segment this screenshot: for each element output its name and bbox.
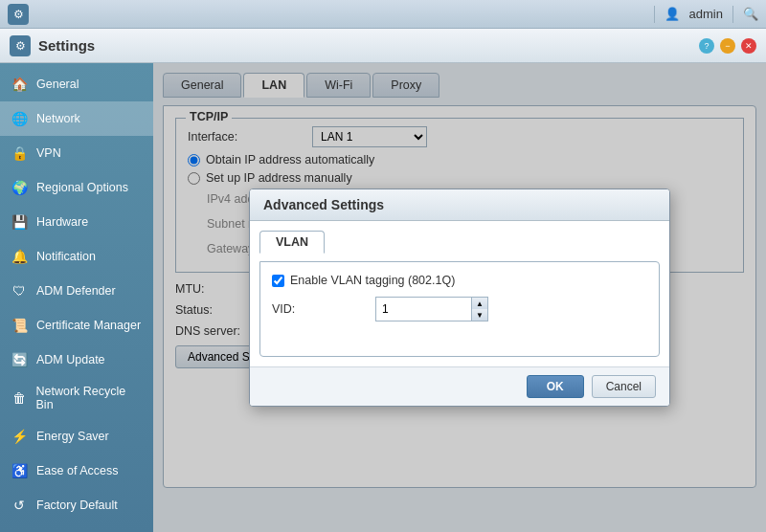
minimize-button[interactable]: − (720, 38, 735, 54)
sidebar-item-label-hardware: Hardware (36, 215, 88, 229)
sidebar-item-cert-manager[interactable]: 📜 Certificate Manager (0, 308, 153, 343)
cancel-button[interactable]: Cancel (592, 375, 656, 398)
vid-label: VID: (272, 302, 368, 316)
taskbar-left: ⚙ (8, 4, 29, 25)
modal-footer: OK Cancel (250, 366, 669, 406)
general-icon: 🏠 (10, 75, 29, 94)
factory-icon: ↺ (10, 496, 29, 515)
sidebar-item-regional[interactable]: 🌍 Regional Options (0, 170, 153, 205)
window-controls: ? − ✕ (699, 38, 756, 54)
window-icon: ⚙ (10, 35, 31, 56)
modal-backdrop: Advanced Settings VLAN (153, 63, 766, 532)
sidebar-item-factory[interactable]: ↺ Factory Default (0, 488, 153, 522)
advanced-settings-dialog: Advanced Settings VLAN (249, 188, 670, 407)
modal-body: VLAN Enable VLAN tagging (802.1Q) (250, 221, 669, 366)
sidebar-item-hardware[interactable]: 💾 Hardware (0, 205, 153, 239)
taskbar-right: 👤 admin 🔍 (654, 6, 758, 23)
sidebar-item-recycle-bin[interactable]: 🗑 Network Recycle Bin (0, 377, 153, 419)
recycle-icon: 🗑 (10, 388, 29, 408)
notification-icon: 🔔 (10, 247, 29, 266)
search-icon[interactable]: 🔍 (743, 7, 758, 21)
hardware-icon: 💾 (10, 212, 29, 232)
user-icon: 👤 (665, 7, 680, 21)
vpn-icon: 🔒 (10, 144, 29, 163)
close-button[interactable]: ✕ (741, 38, 756, 54)
main-layout: 🏠 General 🌐 Network 🔒 VPN 🌍 Regional Opt… (0, 63, 766, 532)
sidebar-item-energy[interactable]: ⚡ Energy Saver (0, 419, 153, 454)
vlan-checkbox-text: Enable VLAN tagging (802.1Q) (290, 274, 455, 287)
sidebar-item-label-regional: Regional Options (36, 181, 128, 194)
sidebar-item-registration[interactable]: 📋 Registration (0, 522, 153, 532)
modal-title: Advanced Settings (250, 189, 669, 221)
vid-spinner: ▲ ▼ (375, 297, 488, 321)
sidebar-item-label-recycle: Network Recycle Bin (36, 385, 144, 411)
modal-tab-bar: VLAN (259, 231, 660, 254)
content-area: General LAN Wi-Fi Proxy TCP/IP Interface… (153, 63, 766, 532)
modal-content-box: Enable VLAN tagging (802.1Q) VID: ▲ (259, 261, 660, 357)
sidebar-item-label-vpn: VPN (36, 146, 61, 160)
vlan-checkbox-row: Enable VLAN tagging (802.1Q) (272, 274, 647, 287)
divider2 (732, 6, 733, 23)
title-bar: ⚙ Settings ? − ✕ (0, 29, 766, 63)
window-title: Settings (38, 37, 95, 54)
sidebar-item-label-cert: Certificate Manager (36, 319, 141, 332)
sidebar-item-notification[interactable]: 🔔 Notification (0, 239, 153, 274)
ease-icon: ♿ (10, 461, 29, 480)
sidebar-item-label-adm-defender: ADM Defender (36, 284, 116, 298)
taskbar: ⚙ 👤 admin 🔍 (0, 0, 766, 29)
adm-update-icon: 🔄 (10, 350, 29, 369)
sidebar-item-label-notification: Notification (36, 250, 96, 263)
settings-window: ⚙ Settings ? − ✕ 🏠 General 🌐 Network 🔒 V… (0, 29, 766, 532)
cert-icon: 📜 (10, 316, 29, 335)
regional-icon: 🌍 (10, 178, 29, 197)
vlan-checkbox[interactable] (272, 275, 284, 287)
sidebar-item-label-ease: Ease of Access (36, 464, 118, 477)
sidebar-item-ease[interactable]: ♿ Ease of Access (0, 454, 153, 488)
modal-tab-vlan[interactable]: VLAN (259, 231, 325, 254)
spinner-down-button[interactable]: ▼ (472, 309, 487, 321)
vlan-checkbox-label[interactable]: Enable VLAN tagging (802.1Q) (272, 274, 455, 287)
sidebar-item-adm-update[interactable]: 🔄 ADM Update (0, 343, 153, 377)
vid-input[interactable] (375, 297, 471, 321)
vid-row: VID: ▲ ▼ (272, 297, 647, 321)
sidebar-item-label-general: General (36, 78, 79, 91)
sidebar-item-network[interactable]: 🌐 Network (0, 101, 153, 136)
app-icon[interactable]: ⚙ (8, 4, 29, 25)
spinner-buttons: ▲ ▼ (471, 297, 488, 321)
sidebar: 🏠 General 🌐 Network 🔒 VPN 🌍 Regional Opt… (0, 63, 153, 532)
ok-button[interactable]: OK (527, 375, 584, 398)
sidebar-item-label-adm-update: ADM Update (36, 353, 105, 366)
sidebar-item-label-energy: Energy Saver (36, 430, 109, 443)
sidebar-item-label-network: Network (36, 112, 80, 125)
divider (654, 6, 655, 23)
sidebar-item-general[interactable]: 🏠 General (0, 67, 153, 101)
sidebar-item-vpn[interactable]: 🔒 VPN (0, 136, 153, 170)
help-button[interactable]: ? (699, 38, 714, 54)
username: admin (689, 7, 723, 21)
energy-icon: ⚡ (10, 427, 29, 446)
sidebar-item-adm-defender[interactable]: 🛡 ADM Defender (0, 274, 153, 308)
adm-defender-icon: 🛡 (10, 281, 29, 300)
sidebar-item-label-factory: Factory Default (36, 499, 118, 512)
spinner-up-button[interactable]: ▲ (472, 298, 487, 309)
network-icon: 🌐 (10, 109, 29, 128)
